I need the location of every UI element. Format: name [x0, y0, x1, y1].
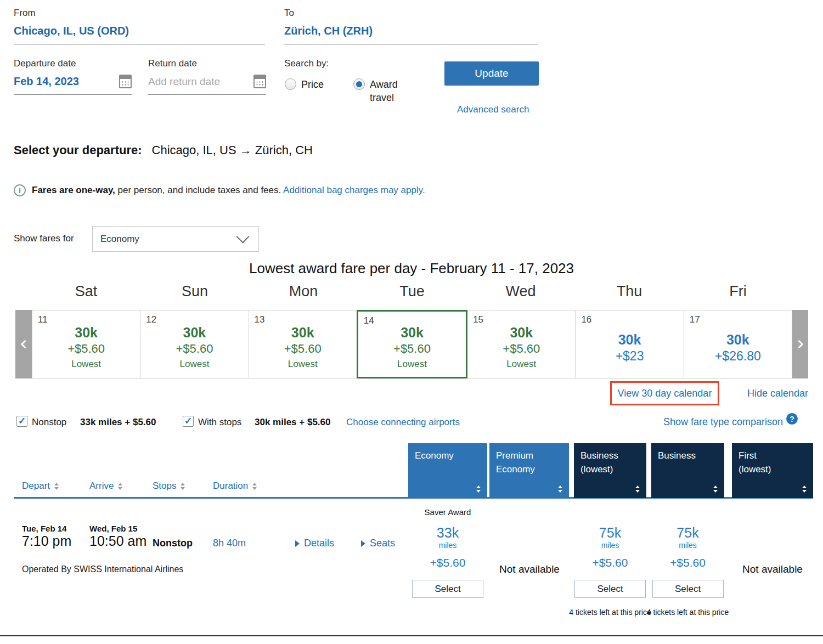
- view-30-day-calendar-link[interactable]: View 30 day calendar: [618, 388, 712, 399]
- help-icon[interactable]: ?: [786, 413, 798, 425]
- calendar-day-cell[interactable]: 16 30k +$23: [575, 310, 684, 379]
- details-link[interactable]: Details: [295, 538, 334, 549]
- tickets-left-note: 4 tickets left at this price: [568, 607, 652, 618]
- day-tag: Lowest: [288, 357, 318, 371]
- radio-selected-icon[interactable]: [353, 78, 365, 90]
- dow-header-wed: Wed: [466, 283, 575, 300]
- to-field: To Zürich, CH (ZRH): [284, 8, 538, 44]
- economy-fare-cell: 33k miles +$5.60 Select: [408, 526, 487, 598]
- select-business-button[interactable]: Select: [652, 580, 724, 598]
- column-label-line2: (lowest): [739, 462, 807, 476]
- dow-header-mon: Mon: [249, 283, 358, 300]
- award-search-page: From Chicago, IL, US (ORD) To Zürich, CH…: [0, 0, 823, 644]
- calendar-prev-button[interactable]: [15, 310, 32, 379]
- departure-date-field: Departure date Feb 14, 2023: [14, 58, 132, 95]
- day-fees: +$5.60: [67, 341, 105, 357]
- calendar-day-cell[interactable]: 12 30k +$5.60 Lowest: [140, 310, 249, 379]
- price-radio-option[interactable]: Price: [285, 78, 324, 91]
- day-tag: Lowest: [397, 357, 427, 371]
- column-label: Premium: [496, 449, 562, 462]
- calendar-day-cell[interactable]: 13 30k +$5.60 Lowest: [249, 310, 357, 379]
- advanced-search-link[interactable]: Advanced search: [457, 104, 529, 115]
- bag-charges-link[interactable]: Additional bag charges may apply.: [283, 185, 425, 195]
- column-header-economy[interactable]: Economy: [408, 443, 487, 498]
- hide-calendar-link[interactable]: Hide calendar: [747, 388, 808, 399]
- show-fare-type-comparison-link[interactable]: Show fare type comparison: [663, 416, 783, 428]
- fare-miles-unit: miles: [601, 540, 619, 550]
- column-label: First: [739, 449, 807, 462]
- day-fees: +$5.60: [393, 341, 431, 357]
- nonstop-checkbox[interactable]: ✓: [16, 416, 27, 427]
- column-label-line2: (lowest): [580, 462, 640, 476]
- sort-header-arrive[interactable]: Arrive: [89, 481, 122, 492]
- calendar-icon[interactable]: [253, 75, 266, 88]
- day-tag: Lowest: [71, 357, 101, 371]
- choose-connecting-airports-link[interactable]: Choose connecting airports: [346, 417, 460, 428]
- day-miles: 30k: [401, 324, 424, 341]
- from-field: From Chicago, IL, US (ORD): [14, 8, 265, 44]
- calendar-day-cell[interactable]: 17 30k +$26.80: [684, 310, 792, 379]
- tickets-left-note: 4 tickets left at this price: [646, 607, 730, 618]
- award-travel-radio-option[interactable]: Award travel: [353, 78, 405, 104]
- calendar-next-button[interactable]: [792, 310, 808, 379]
- fare-note-text: Fares are one-way, per person, and inclu…: [32, 185, 425, 196]
- from-label: From: [14, 8, 265, 19]
- checkmark-icon: ✓: [184, 416, 192, 426]
- day-fees: +$5.60: [284, 341, 322, 357]
- chevron-left-icon: [21, 340, 30, 349]
- column-header-business[interactable]: Business: [651, 443, 724, 498]
- sort-header-duration[interactable]: Duration: [213, 481, 257, 492]
- column-header-first-lowest[interactable]: First (lowest): [732, 443, 813, 498]
- nonstop-label[interactable]: Nonstop: [32, 417, 66, 428]
- chevron-down-icon: [236, 230, 249, 243]
- column-header-premium-economy[interactable]: Premium Economy: [489, 443, 569, 498]
- day-tag: Lowest: [179, 357, 209, 371]
- with-stops-checkbox[interactable]: ✓: [183, 416, 194, 427]
- section-divider: [0, 635, 823, 636]
- day-fees: +$5.60: [176, 341, 213, 357]
- day-miles: 30k: [291, 324, 314, 341]
- column-header-business-lowest[interactable]: Business (lowest): [574, 443, 646, 498]
- fare-note-bold: Fares are one-way,: [32, 185, 115, 195]
- sort-arrows-icon: [54, 483, 59, 490]
- fare-note: i Fares are one-way, per person, and inc…: [14, 184, 425, 196]
- departure-heading: Select your departure: Chicago, IL, US →…: [14, 143, 313, 157]
- to-input[interactable]: Zürich, CH (ZRH): [284, 25, 538, 38]
- sort-header-stops[interactable]: Stops: [153, 481, 185, 492]
- nonstop-price: 33k miles + $5.60: [80, 417, 156, 428]
- sort-arrows-icon: [118, 483, 122, 490]
- return-date-input[interactable]: Add return date: [148, 76, 220, 88]
- sort-arrows-icon: [181, 483, 185, 490]
- day-miles: 30k: [510, 324, 533, 341]
- select-economy-button[interactable]: Select: [412, 580, 483, 598]
- seats-link[interactable]: Seats: [361, 538, 395, 549]
- cabin-select-dropdown[interactable]: Economy: [92, 226, 259, 252]
- premium-economy-not-available: Not available: [483, 563, 576, 575]
- dow-header-sun: Sun: [140, 283, 249, 300]
- fare-fees: +$5.60: [430, 556, 466, 569]
- from-input[interactable]: Chicago, IL, US (ORD): [14, 25, 265, 38]
- chevron-right-icon: [794, 340, 803, 349]
- calendar-icon[interactable]: [119, 75, 132, 88]
- calendar-day-cell-selected[interactable]: 14 30k +$5.60 Lowest: [357, 310, 467, 379]
- fare-fees: +$5.60: [593, 556, 628, 569]
- update-button[interactable]: Update: [444, 61, 539, 86]
- day-tag: Lowest: [506, 357, 536, 371]
- with-stops-label[interactable]: With stops: [198, 417, 241, 428]
- fare-miles-unit: miles: [679, 540, 697, 550]
- day-number: 15: [473, 314, 483, 325]
- fare-miles-unit: miles: [439, 540, 457, 550]
- calendar-day-cell[interactable]: 11 30k +$5.60 Lowest: [32, 310, 140, 379]
- seats-label: Seats: [370, 538, 395, 549]
- radio-unselected-icon[interactable]: [285, 78, 296, 90]
- calendar-day-cell[interactable]: 15 30k +$5.60 Lowest: [467, 310, 576, 379]
- day-fees: +$26.80: [715, 348, 761, 364]
- page-title: Select your departure:: [14, 143, 142, 157]
- sort-arrows-icon: [635, 485, 640, 493]
- departure-date-input[interactable]: Feb 14, 2023: [14, 75, 79, 88]
- select-business-lowest-button[interactable]: Select: [574, 580, 646, 598]
- fare-fees: +$5.60: [670, 556, 706, 569]
- sort-header-depart[interactable]: Depart: [22, 481, 59, 492]
- sort-arrows-icon: [802, 485, 807, 493]
- dow-header-tue: Tue: [358, 283, 466, 300]
